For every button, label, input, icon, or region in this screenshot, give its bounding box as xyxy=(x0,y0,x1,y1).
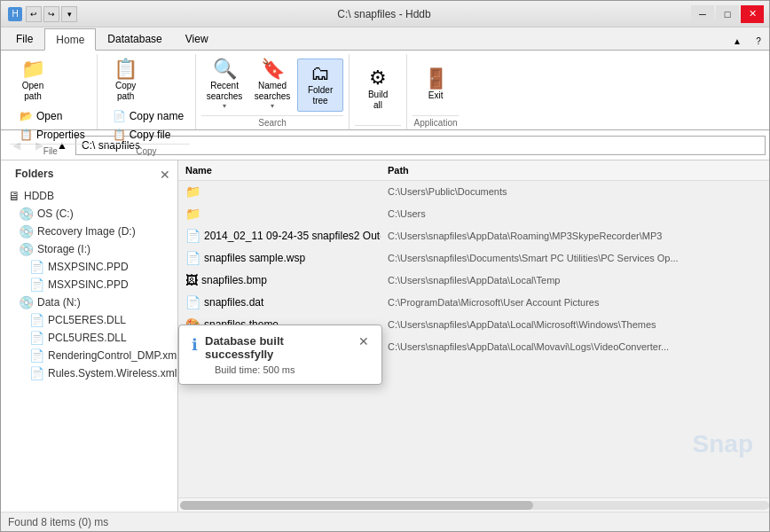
open-path-button[interactable]: 📁 Openpath xyxy=(10,54,56,107)
scroll-thumb[interactable] xyxy=(180,501,533,510)
rules-icon: 📄 xyxy=(29,366,44,380)
folder-item-rules[interactable]: 📄 Rules.System.Wireless.xml xyxy=(1,364,177,382)
named-searches-label: Namedsearches xyxy=(255,81,291,102)
result-path-r4: C:\ProgramData\Microsoft\User Account Pi… xyxy=(381,295,770,309)
rules-label: Rules.System.Wireless.xml xyxy=(48,367,177,379)
folder-item-storage[interactable]: 💿 Storage (I:) xyxy=(1,240,177,258)
tab-database[interactable]: Datatabase xyxy=(96,27,173,50)
copy-group-label: Copy xyxy=(103,144,190,158)
table-row[interactable]: 📁 C:\Users\Public\Documents xyxy=(178,181,770,203)
popup-header: ℹ Database built successfylly ✕ xyxy=(192,334,369,361)
folder-item-os-c[interactable]: 💿 OS (C:) xyxy=(1,205,177,223)
application-group-label: Application xyxy=(412,115,459,129)
popup-close-button[interactable]: ✕ xyxy=(358,334,369,348)
folder-item-pcl5ures[interactable]: 📄 PCL5URES.DLL xyxy=(1,329,177,347)
result-path-users: C:\Users xyxy=(381,207,770,221)
table-row[interactable]: 🖼 snapfiles.bmp C:\Users\snapfiles\AppDa… xyxy=(178,270,770,292)
folder-item-pcl5eres[interactable]: 📄 PCL5ERES.DLL xyxy=(1,311,177,329)
result-name-r3: 🖼 snapfiles.bmp xyxy=(178,271,381,289)
forward-button[interactable]: ▶ xyxy=(29,136,49,155)
open-path-label: Openpath xyxy=(22,81,43,102)
copy-path-button[interactable]: 📋 Copypath xyxy=(103,54,149,107)
popup-body: Build time: 500 ms xyxy=(192,364,369,375)
named-searches-arrow: ▾ xyxy=(271,102,274,110)
pcl5eres-icon: 📄 xyxy=(29,313,44,327)
window-controls: ─ □ ✕ xyxy=(691,5,764,23)
redo-button[interactable]: ↪ xyxy=(43,6,59,22)
qs-more-button[interactable]: ▾ xyxy=(61,6,77,22)
copy-name-button[interactable]: 📄 Copy name xyxy=(106,107,190,125)
table-row[interactable]: 📁 C:\Users xyxy=(178,203,770,225)
named-searches-button[interactable]: 🔖 Namedsearches ▾ xyxy=(249,59,295,112)
recent-searches-button[interactable]: 🔍 Recentsearches ▾ xyxy=(201,59,248,112)
main-content: Folders ✕ 🖥 HDDB 💿 OS (C:) 💿 Recovery Im… xyxy=(1,160,770,512)
tab-view[interactable]: View xyxy=(174,27,220,50)
popup-info-icon: ℹ xyxy=(192,335,198,355)
pcl5eres-label: PCL5ERES.DLL xyxy=(48,314,126,326)
data-n-label: Data (N:) xyxy=(37,296,81,309)
docs-icon: 📁 xyxy=(185,184,200,199)
result-name-docs: 📁 xyxy=(178,183,381,200)
search-buttons: 🔍 Recentsearches ▾ 🔖 Namedsearches ▾ 🗂 F… xyxy=(201,54,343,115)
recent-searches-label: Recentsearches xyxy=(207,81,243,102)
search-group-label: Search xyxy=(201,115,343,129)
r4-icon: 📄 xyxy=(185,295,200,309)
ribbon-nav-up[interactable]: ▲ xyxy=(728,32,746,50)
ribbon-nav-help[interactable]: ? xyxy=(750,32,767,50)
recovery-label: Recovery Image (D:) xyxy=(37,225,136,238)
pcl5ures-icon: 📄 xyxy=(29,331,44,345)
copy-file-button[interactable]: 📋 Copy file xyxy=(106,126,190,144)
ribbon-navigation: ▲ ? xyxy=(728,32,767,50)
storage-icon: 💿 xyxy=(19,242,34,256)
tab-file[interactable]: File xyxy=(4,27,44,50)
ribbon-group-build: ⚙ Buildall xyxy=(350,54,407,129)
copy-name-icon: 📄 xyxy=(113,110,126,122)
success-popup: ℹ Database built successfylly ✕ Build ti… xyxy=(178,325,382,385)
folder-item-data-n[interactable]: 💿 Data (N:) xyxy=(1,293,177,311)
result-name-users: 📁 xyxy=(178,205,381,223)
horizontal-scrollbar[interactable] xyxy=(178,497,770,512)
exit-button[interactable]: 🚪 Exit xyxy=(412,59,459,112)
msxpsinc2-icon: 📄 xyxy=(29,278,44,292)
hddb-label: HDDB xyxy=(24,190,54,202)
open-button[interactable]: 📂 Open xyxy=(13,107,91,125)
folder-item-rendering[interactable]: 📄 RenderingControl_DMP.xml xyxy=(1,347,177,364)
copy-file-icon: 📋 xyxy=(113,129,126,141)
status-bar: Found 8 items (0) ms xyxy=(1,512,770,531)
maximize-button[interactable]: □ xyxy=(716,5,739,23)
tab-home[interactable]: Home xyxy=(44,28,96,51)
msxpsinc2-label: MSXPSINC.PPD xyxy=(48,278,129,291)
folder-tree-button[interactable]: 🗂 Foldertree xyxy=(297,59,343,112)
quick-access-toolbar: ↩ ↪ ▾ xyxy=(26,6,77,22)
r2-icon: 📄 xyxy=(185,251,200,265)
close-folders-panel-button[interactable]: ✕ xyxy=(160,168,170,182)
undo-button[interactable]: ↩ xyxy=(26,6,42,22)
result-path-r6: C:\Users\snapfiles\AppData\Local\Movavi\… xyxy=(381,340,770,354)
folder-item-msxpsinc1[interactable]: 📄 MSXPSINC.PPD xyxy=(1,258,177,276)
os-c-label: OS (C:) xyxy=(37,207,74,220)
build-all-button[interactable]: ⚙ Buildall xyxy=(355,63,401,116)
close-button[interactable]: ✕ xyxy=(741,5,764,23)
table-row[interactable]: 📄 2014_02_11 09-24-35 snapfiles2 Outgoin… xyxy=(178,225,770,247)
recent-searches-icon: 🔍 xyxy=(213,59,237,79)
result-name-r1: 📄 2014_02_11 09-24-35 snapfiles2 Outgoin… xyxy=(178,227,381,245)
table-row[interactable]: 📄 snapfiles sample.wsp C:\Users\snapfile… xyxy=(178,247,770,270)
back-button[interactable]: ◀ xyxy=(6,136,26,155)
folder-item-recovery[interactable]: 💿 Recovery Image (D:) xyxy=(1,223,177,240)
folders-panel: Folders ✕ 🖥 HDDB 💿 OS (C:) 💿 Recovery Im… xyxy=(1,160,178,512)
table-row[interactable]: 📄 snapfiles.dat C:\ProgramData\Microsoft… xyxy=(178,292,770,314)
copy-name-label: Copy name xyxy=(130,110,184,122)
recovery-icon: 💿 xyxy=(19,224,34,239)
file-large-buttons: 📁 Openpath xyxy=(10,54,91,107)
open-icon: 📂 xyxy=(20,110,33,122)
scroll-track[interactable] xyxy=(180,501,769,510)
minimize-button[interactable]: ─ xyxy=(691,5,714,23)
users-icon: 📁 xyxy=(185,207,200,221)
build-all-label: Buildall xyxy=(368,90,388,111)
copy-path-label: Copypath xyxy=(115,81,136,102)
ribbon: 📁 Openpath 📂 Open 📋 Properties File xyxy=(1,51,770,130)
ribbon-group-application: 🚪 Exit Application xyxy=(407,54,464,129)
rendering-label: RenderingControl_DMP.xml xyxy=(48,349,178,362)
folder-item-hddb[interactable]: 🖥 HDDB xyxy=(1,187,177,205)
folder-item-msxpsinc2[interactable]: 📄 MSXPSINC.PPD xyxy=(1,276,177,293)
